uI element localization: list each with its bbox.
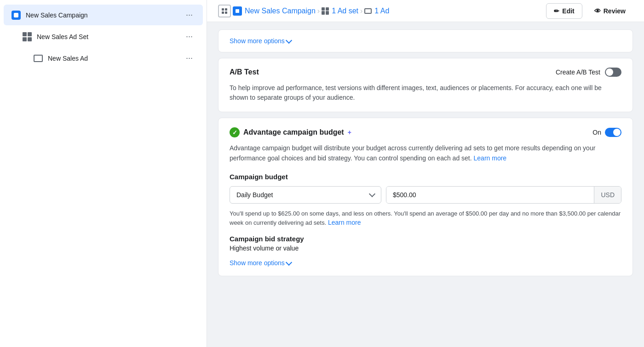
chevron-down-icon-top: [286, 37, 292, 43]
show-more-top-card: Show more options: [218, 29, 633, 52]
campaign-breadcrumb-icon: [233, 6, 242, 16]
sidebar-item-left: New Sales Campaign: [11, 10, 88, 20]
show-more-top-link[interactable]: Show more options: [230, 37, 621, 45]
ad-breadcrumb-icon: [364, 8, 372, 14]
review-button[interactable]: 👁 Review: [587, 4, 633, 18]
bid-strategy-label: Campaign bid strategy: [230, 235, 621, 243]
dropdown-chevron-icon: [369, 191, 375, 197]
advantage-on-label: On: [592, 129, 601, 136]
budget-type-value: Daily Budget: [236, 191, 273, 199]
ab-test-card: A/B Test Create A/B Test To help improve…: [218, 58, 633, 112]
review-label: Review: [604, 7, 626, 15]
advantage-title: Advantage campaign budget: [243, 128, 344, 137]
ab-test-description: To help improve ad performance, test ver…: [230, 83, 621, 102]
sidebar-adset-more-icon[interactable]: ···: [183, 31, 196, 42]
show-more-bottom-label: Show more options: [230, 259, 285, 267]
show-more-top-label: Show more options: [230, 37, 285, 45]
content-area: Show more options A/B Test Create A/B Te…: [207, 22, 644, 284]
edit-label: Edit: [562, 7, 574, 15]
breadcrumb-ad[interactable]: 1 Ad: [364, 7, 389, 15]
campaign-icon: [11, 10, 21, 20]
budget-note-text: You'll spend up to $625.00 on some days,…: [230, 210, 621, 227]
svg-rect-0: [222, 8, 224, 11]
ab-test-title: A/B Test: [230, 68, 259, 76]
advantage-description: Advantage campaign budget will distribut…: [230, 143, 621, 164]
green-check-icon: [230, 127, 240, 137]
bid-strategy-value: Highest volume or value: [230, 245, 621, 252]
budget-amount-input: USD: [386, 186, 621, 204]
adset-icon: [22, 32, 32, 42]
budget-note-learn-more-label: Learn more: [328, 219, 361, 226]
breadcrumb-adset-label: 1 Ad set: [332, 7, 358, 15]
ab-test-action: Create A/B Test: [556, 68, 621, 77]
adset-breadcrumb-icon: [322, 7, 329, 15]
advantage-learn-more-label: Learn more: [474, 154, 507, 162]
breadcrumb: New Sales Campaign › 1 Ad set › 1 Ad: [218, 5, 389, 17]
sidebar-campaign-label: New Sales Campaign: [26, 11, 88, 19]
breadcrumb-ad-label: 1 Ad: [374, 7, 389, 15]
top-nav: New Sales Campaign › 1 Ad set › 1 Ad ✏ E…: [207, 0, 644, 22]
campaign-budget-label: Campaign budget: [230, 173, 621, 181]
advantage-budget-card: Advantage campaign budget + On Advantage…: [218, 118, 633, 276]
nav-icon-box: [218, 5, 231, 17]
ad-icon: [33, 53, 43, 63]
chevron-down-icon-bottom: [286, 259, 292, 266]
svg-rect-2: [222, 11, 224, 14]
advantage-toggle[interactable]: [605, 128, 621, 137]
advantage-desc-text: Advantage campaign budget will distribut…: [230, 144, 595, 162]
sidebar-item-ad[interactable]: New Sales Ad ···: [4, 48, 203, 68]
sidebar-adset-label: New Sales Ad Set: [37, 33, 88, 40]
budget-note-learn-more-link[interactable]: Learn more: [328, 219, 361, 226]
sidebar-ad-left: New Sales Ad: [33, 53, 88, 63]
advantage-toggle-group: On: [592, 128, 621, 137]
sidebar-item-campaign[interactable]: New Sales Campaign ···: [4, 5, 203, 25]
budget-inputs: Daily Budget USD: [230, 186, 621, 204]
sidebar: New Sales Campaign ··· New Sales Ad Set …: [0, 0, 207, 347]
budget-type-dropdown[interactable]: Daily Budget: [230, 186, 381, 204]
sidebar-ad-more-icon[interactable]: ···: [183, 52, 196, 64]
main-content: New Sales Campaign › 1 Ad set › 1 Ad ✏ E…: [207, 0, 644, 347]
sidebar-campaign-more-icon[interactable]: ···: [183, 9, 196, 21]
breadcrumb-sep-1: ›: [317, 7, 320, 15]
plus-advantage-icon: +: [348, 129, 351, 136]
budget-note: You'll spend up to $625.00 on some days,…: [230, 209, 621, 228]
breadcrumb-sep-2: ›: [360, 7, 362, 15]
ab-test-toggle[interactable]: [605, 68, 621, 77]
eye-icon: 👁: [594, 7, 601, 15]
layout-icon: [221, 8, 228, 14]
advantage-header: Advantage campaign budget + On: [230, 127, 621, 137]
advantage-toggle-slider: [605, 128, 621, 137]
sidebar-item-adset[interactable]: New Sales Ad Set ···: [4, 26, 203, 47]
breadcrumb-adset[interactable]: 1 Ad set: [322, 7, 358, 15]
pencil-icon: ✏: [554, 7, 559, 15]
advantage-learn-more-link[interactable]: Learn more: [474, 154, 507, 162]
create-ab-test-label: Create A/B Test: [556, 68, 600, 76]
advantage-title-group: Advantage campaign budget +: [230, 127, 351, 137]
ab-test-toggle-slider: [605, 68, 621, 77]
svg-rect-3: [225, 11, 227, 14]
ab-test-header: A/B Test Create A/B Test: [230, 68, 621, 77]
budget-currency-label: USD: [594, 187, 621, 203]
svg-rect-1: [225, 8, 227, 11]
nav-actions: ✏ Edit 👁 Review: [546, 3, 633, 19]
campaign-budget-section: Campaign budget Daily Budget USD You'll …: [230, 173, 621, 267]
show-more-bottom-link[interactable]: Show more options: [230, 259, 621, 267]
edit-button[interactable]: ✏ Edit: [546, 3, 582, 19]
breadcrumb-campaign[interactable]: New Sales Campaign: [233, 6, 316, 16]
sidebar-ad-label: New Sales Ad: [48, 55, 88, 62]
budget-amount-field[interactable]: [386, 187, 594, 203]
sidebar-adset-left: New Sales Ad Set: [22, 32, 88, 42]
breadcrumb-campaign-label: New Sales Campaign: [245, 7, 316, 15]
